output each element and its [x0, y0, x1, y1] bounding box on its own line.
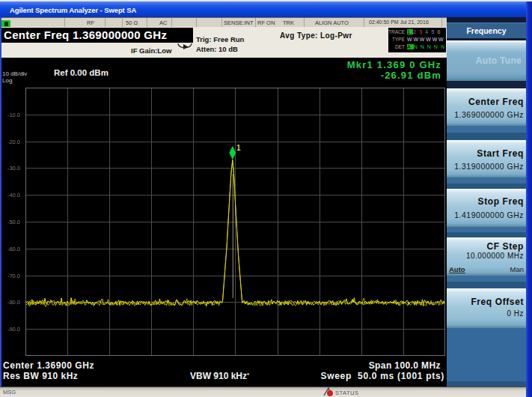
svg-text:-70.0: -70.0 — [7, 273, 20, 279]
svg-text:-40.0: -40.0 — [7, 192, 20, 198]
svg-text:-20.0: -20.0 — [7, 139, 20, 145]
svg-text:-60.0: -60.0 — [7, 246, 20, 252]
svg-text:-90.0: -90.0 — [7, 326, 20, 333]
svg-text:-10.0: -10.0 — [7, 112, 20, 118]
svg-text:-30.0: -30.0 — [7, 165, 20, 172]
svg-text:-50.0: -50.0 — [7, 219, 20, 225]
svg-text:1: 1 — [236, 144, 241, 152]
svg-text:-80.0: -80.0 — [7, 299, 20, 306]
